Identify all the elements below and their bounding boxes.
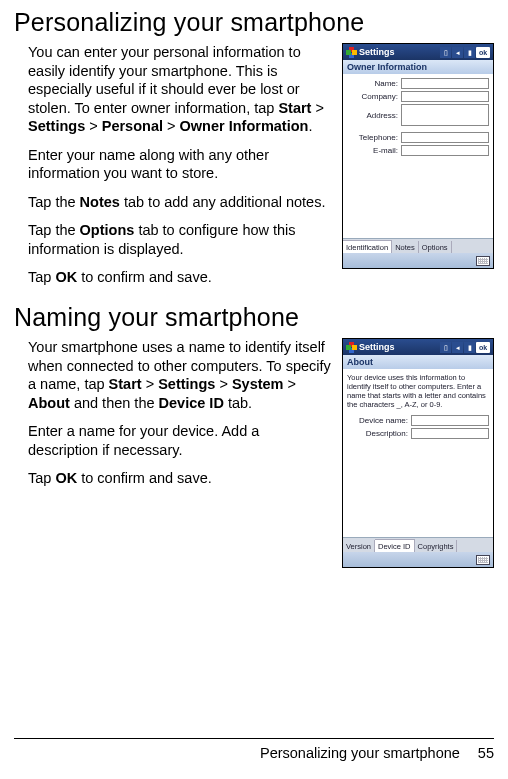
device-about: Settings ▯ ◂ ▮ ok About Your device uses… (342, 338, 494, 568)
device-footer (343, 253, 493, 268)
label-email: E-mail: (347, 146, 398, 155)
text: tab to add any additional notes. (120, 194, 326, 210)
text: Tap the (28, 222, 80, 238)
kw-ok: OK (55, 269, 77, 285)
text: Tap (28, 269, 55, 285)
text: to confirm and save. (77, 470, 212, 486)
titlebar-title: Settings (359, 342, 437, 352)
tab-device-id[interactable]: Device ID (375, 539, 415, 552)
text: > (85, 118, 102, 134)
kw-owner-information: Owner Information (180, 118, 309, 134)
heading-personalizing: Personalizing your smartphone (14, 8, 494, 37)
titlebar: Settings ▯ ◂ ▮ ok (343, 44, 493, 60)
kw-settings: Settings (28, 118, 85, 134)
text: > (142, 376, 159, 392)
tab-identification[interactable]: Identification (343, 240, 392, 253)
kw-about: About (28, 395, 70, 411)
text: Tap the (28, 194, 80, 210)
section2-text: Your smartphone uses a name to iden­tify… (28, 338, 332, 498)
device-footer (343, 552, 493, 567)
label-company: Company: (347, 92, 398, 101)
input-telephone[interactable] (401, 132, 489, 143)
input-description[interactable] (411, 428, 489, 439)
para-enter-name: Enter your name along with any other inf… (28, 146, 332, 183)
signal-icon: ▯ (440, 342, 451, 353)
input-company[interactable] (401, 91, 489, 102)
screen-title: About (343, 355, 493, 369)
label-device-name: Device name: (347, 416, 408, 425)
heading-naming: Naming your smartphone (14, 303, 494, 332)
about-help-text: Your device uses this information to ide… (347, 373, 489, 409)
section1-text: You can enter your personal informa­tion… (28, 43, 332, 297)
text: You can enter your personal informa­tion… (28, 44, 301, 116)
tab-copyrights[interactable]: Copyrights (415, 540, 458, 552)
tab-options[interactable]: Options (419, 241, 452, 253)
text: > (284, 376, 297, 392)
text: . (308, 118, 312, 134)
input-name[interactable] (401, 78, 489, 89)
kw-options: Options (80, 222, 135, 238)
page-number: 55 (478, 745, 494, 761)
text: and then the (70, 395, 159, 411)
keyboard-icon[interactable] (476, 256, 490, 266)
battery-icon: ▮ (464, 47, 475, 58)
input-email[interactable] (401, 145, 489, 156)
footer-title: Personalizing your smartphone (260, 745, 460, 761)
label-telephone: Telephone: (347, 133, 398, 142)
signal-icon: ▯ (440, 47, 451, 58)
tab-version[interactable]: Version (343, 540, 375, 552)
kw-ok: OK (55, 470, 77, 486)
ok-button[interactable]: ok (476, 342, 490, 353)
input-address[interactable] (401, 104, 489, 126)
label-name: Name: (347, 79, 398, 88)
label-description: Description: (347, 429, 408, 438)
kw-start: Start (278, 100, 311, 116)
tabs: Version Device ID Copyrights (343, 537, 493, 552)
text: Tap (28, 470, 55, 486)
titlebar: Settings ▯ ◂ ▮ ok (343, 339, 493, 355)
label-address: Address: (347, 111, 398, 120)
text: > (215, 376, 232, 392)
tabs: Identification Notes Options (343, 238, 493, 253)
page-footer: Personalizing your smartphone 55 (14, 738, 494, 761)
battery-icon: ▮ (464, 342, 475, 353)
windows-logo-icon (346, 342, 356, 352)
kw-notes: Notes (80, 194, 120, 210)
keyboard-icon[interactable] (476, 555, 490, 565)
volume-icon: ◂ (452, 342, 463, 353)
text: to confirm and save. (77, 269, 212, 285)
kw-deviceid: Device ID (159, 395, 224, 411)
titlebar-title: Settings (359, 47, 437, 57)
screen-title: Owner Information (343, 60, 493, 74)
windows-logo-icon (346, 47, 356, 57)
ok-button[interactable]: ok (476, 47, 490, 58)
text: tab. (224, 395, 252, 411)
volume-icon: ◂ (452, 47, 463, 58)
text: > (311, 100, 324, 116)
kw-system: System (232, 376, 284, 392)
input-device-name[interactable] (411, 415, 489, 426)
text: > (163, 118, 180, 134)
device-owner-info: Settings ▯ ◂ ▮ ok Owner Information Name… (342, 43, 494, 269)
kw-personal: Personal (102, 118, 163, 134)
kw-start: Start (109, 376, 142, 392)
tab-notes[interactable]: Notes (392, 241, 419, 253)
kw-settings: Settings (158, 376, 215, 392)
para-enter-device-name: Enter a name for your device. Add a desc… (28, 422, 332, 459)
